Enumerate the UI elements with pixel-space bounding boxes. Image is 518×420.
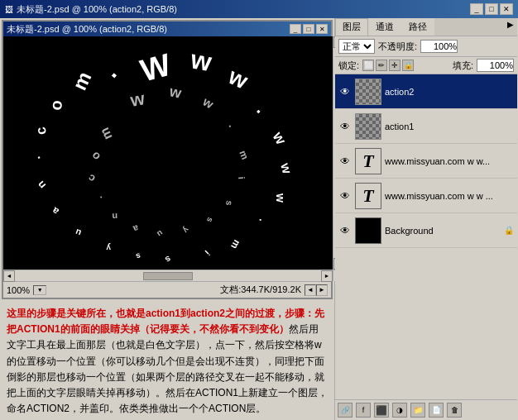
t-icon-2: T <box>362 185 373 207</box>
app-window: 🖼 未标题-2.psd @ 100% (action2, RGB/8) _ □ … <box>0 0 518 420</box>
spiral2-br2: s <box>205 216 216 224</box>
canvas-window: 未标题-2.psd @ 100% (action2, RGB/8) _ □ ✕ <box>2 20 333 299</box>
spiral2-b2: u <box>156 228 165 239</box>
opacity-input[interactable] <box>420 40 458 53</box>
spiral-letter-l2: a <box>50 205 61 217</box>
close-button[interactable]: ✕ <box>500 3 513 15</box>
spiral-letter-r3: w <box>278 160 295 175</box>
app-icon: 🖼 <box>5 5 13 14</box>
scroll-thumb-h[interactable] <box>143 272 193 280</box>
panel-bottom-bar: 🔗 f ⬛ ◑ 📁 📄 🗑 <box>335 399 517 420</box>
main-container: 未标题-2.psd @ 100% (action2, RGB/8) _ □ ✕ <box>0 18 518 420</box>
spiral-letter-w3: w <box>224 63 252 94</box>
titlebar-title: 🖼 未标题-2.psd @ 100% (action2, RGB/8) <box>5 3 177 16</box>
canvas-nav-button[interactable]: ◄ <box>305 284 316 296</box>
app-titlebar: 🖼 未标题-2.psd @ 100% (action2, RGB/8) _ □ … <box>0 0 518 18</box>
lock-label: 锁定: <box>338 60 359 72</box>
blend-mode-select[interactable]: 正常 <box>338 39 375 54</box>
titlebar-controls: _ □ ✕ <box>470 3 513 15</box>
minimize-button[interactable]: _ <box>470 3 483 15</box>
spiral2-br1: s <box>224 200 235 207</box>
spiral2-r2: m <box>237 149 251 161</box>
lock-icons: ⬜ ✏ ✛ 🔒 <box>362 60 414 71</box>
layer-eye-action1[interactable]: 👁 <box>338 120 352 133</box>
layer-item-action2[interactable]: 👁 action2 <box>335 74 517 109</box>
spiral-letter-w2: w <box>188 44 214 77</box>
layer-style-button[interactable]: f <box>356 403 371 418</box>
spiral2-tl1: c <box>86 172 98 186</box>
spiral2-tl2: o <box>89 150 103 164</box>
canvas-close[interactable]: ✕ <box>316 24 328 34</box>
instruction-text-red: 这里的步骤是关键所在，也就是action1到action2之间的过渡，步骤：先把… <box>7 308 324 335</box>
layer-thumbnail-text2: T <box>355 183 381 209</box>
canvas-area: 未标题-2.psd @ 100% (action2, RGB/8) _ □ ✕ <box>0 18 335 420</box>
adjustment-layer-button[interactable]: ◑ <box>392 403 407 418</box>
spiral-letter-tl2: o <box>46 99 65 111</box>
lock-icon-background: 🔒 <box>504 226 514 235</box>
canvas-maximize[interactable]: □ <box>303 24 314 34</box>
layer-item-text2[interactable]: 👁 T www.missyuan.com w w ... <box>335 179 517 213</box>
layer-name-action1: action1 <box>385 122 514 131</box>
spiral-letter-br1: . <box>257 217 269 222</box>
spiral2-l1: a <box>132 223 140 235</box>
scroll-right-button[interactable]: ► <box>321 270 333 282</box>
spiral-letter-tl3: m <box>68 68 95 93</box>
layer-item-text1[interactable]: 👁 T www.missyuan.com w w... <box>335 144 517 179</box>
tab-paths[interactable]: 路径 <box>401 18 434 36</box>
spiral2-b1: y <box>181 226 191 236</box>
horizontal-scrollbar[interactable]: ◄ ► <box>3 270 333 281</box>
canvas-titlebar: 未标题-2.psd @ 100% (action2, RGB/8) _ □ ✕ <box>3 21 331 36</box>
layer-group-button[interactable]: 📁 <box>410 403 425 418</box>
layer-item-action1[interactable]: 👁 action1 <box>335 109 517 144</box>
layer-mask-button[interactable]: ⬛ <box>374 403 389 418</box>
layer-thumbnail-text1: T <box>355 148 381 174</box>
lock-position-button[interactable]: ✛ <box>389 60 400 71</box>
layer-eye-text2[interactable]: 👁 <box>338 189 352 203</box>
scroll-left-button[interactable]: ◄ <box>3 270 15 282</box>
canvas-title-text: 未标题-2.psd @ 100% (action2, RGB/8) <box>7 23 167 36</box>
lock-all-button[interactable]: 🔒 <box>402 60 414 71</box>
tab-channels[interactable]: 通道 <box>368 18 401 36</box>
spiral-letter-br2: m <box>228 238 242 251</box>
fill-label: 填充: <box>453 60 473 72</box>
panel-collapse[interactable]: ▶ <box>504 18 517 36</box>
lock-transparent-button[interactable]: ⬜ <box>362 60 374 71</box>
link-layers-button[interactable]: 🔗 <box>338 403 353 418</box>
t-icon-1: T <box>362 150 373 172</box>
spiral-letter-l4: . <box>29 155 43 164</box>
spiral2-w3: w <box>200 93 217 111</box>
layer-eye-background[interactable]: 👁 <box>338 224 352 237</box>
lock-image-button[interactable]: ✏ <box>376 60 387 71</box>
spiral-letter-tl4: . <box>96 60 122 83</box>
zoom-menu[interactable]: ▼ <box>33 285 46 295</box>
layers-list: 👁 action2 👁 action1 👁 <box>335 74 517 399</box>
layer-thumbnail-action2 <box>355 79 381 105</box>
canvas-minimize[interactable]: _ <box>290 24 301 34</box>
layer-eye-text1[interactable]: 👁 <box>338 155 352 168</box>
window-title-text: 未标题-2.psd @ 100% (action2, RGB/8) <box>17 3 177 16</box>
layer-name-text1: www.missyuan.com w w... <box>385 156 514 166</box>
maximize-button[interactable]: □ <box>485 3 498 15</box>
delete-layer-button[interactable]: 🗑 <box>447 403 462 418</box>
canvas-nav-right[interactable]: ► <box>316 284 328 296</box>
panel-mode-row: 正常 不透明度: <box>335 36 517 57</box>
doc-size: 文档:344.7K/919.2K <box>220 284 301 296</box>
fill-input[interactable] <box>477 59 514 72</box>
tab-layers[interactable]: 图层 <box>335 18 368 36</box>
instruction-text-normal: 然后用文字工具在最上面那层（也就是白色文字层），点一下，然后按空格将w的位置移动… <box>7 323 328 414</box>
layers-panel: 图层 通道 路径 ▶ 正常 不透明度: 锁定: ⬜ ✏ ✛ <box>335 18 517 420</box>
canvas-content: W w w . w w w . m i <box>3 36 333 270</box>
layer-name-background: Background <box>385 226 501 236</box>
layer-name-text2: www.missyuan.com w w ... <box>385 191 514 201</box>
spiral2-r1: . <box>227 119 238 129</box>
layer-eye-action2[interactable]: 👁 <box>338 85 352 98</box>
spiral-letter-r1: . <box>252 99 271 117</box>
spiral2-w1: w <box>128 88 147 111</box>
spiral-letter-r4: w <box>274 193 287 203</box>
spiral2-tl3: m <box>97 126 114 142</box>
layer-name-action2: action2 <box>385 87 514 97</box>
new-layer-button[interactable]: 📄 <box>429 403 444 418</box>
spiral-letter-b1: s <box>164 254 173 265</box>
layer-item-background[interactable]: 👁 Background 🔒 <box>335 213 517 248</box>
canvas-statusbar: 100% ▼ 文档:344.7K/919.2K ◄ ► <box>3 281 331 298</box>
